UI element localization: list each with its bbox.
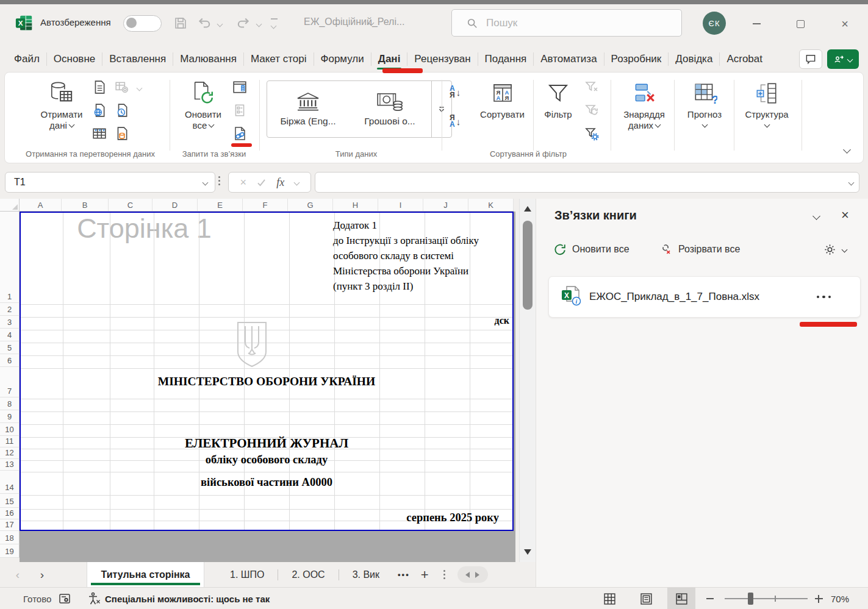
- from-web-icon[interactable]: [91, 102, 108, 119]
- advanced-filter-icon[interactable]: [583, 125, 600, 142]
- avatar[interactable]: ЄК: [703, 12, 726, 35]
- cancel-icon[interactable]: ×: [240, 176, 247, 189]
- minimize-button[interactable]: [744, 13, 769, 34]
- get-data-button[interactable]: Отримати дані: [31, 77, 92, 131]
- column-header-G[interactable]: G: [288, 199, 333, 211]
- column-header-F[interactable]: F: [243, 199, 288, 211]
- recent-sources-icon[interactable]: [113, 102, 131, 119]
- zoom-in-button[interactable]: [812, 588, 825, 609]
- zoom-level[interactable]: 70%: [831, 588, 849, 609]
- row-header-3[interactable]: 3: [0, 316, 20, 329]
- pane-break-all-button[interactable]: Розірвати все: [659, 240, 740, 258]
- sheet-nav-next-icon[interactable]: ›: [34, 562, 50, 587]
- tab-scroll-left-icon[interactable]: [465, 572, 470, 578]
- clear-filter-icon[interactable]: [583, 79, 600, 96]
- zoom-slider-track[interactable]: [725, 598, 808, 599]
- tab-automate[interactable]: Автоматиза: [534, 46, 603, 72]
- row-header-4[interactable]: 4: [0, 329, 20, 341]
- formula-input[interactable]: [315, 172, 859, 193]
- scroll-up-icon[interactable]: [524, 206, 531, 212]
- tab-view[interactable]: Подання: [478, 46, 534, 72]
- tab-page-layout[interactable]: Макет сторі: [244, 46, 314, 72]
- accessibility-icon[interactable]: [87, 588, 101, 609]
- share-button[interactable]: [827, 49, 859, 69]
- new-sheet-button[interactable]: +: [415, 562, 435, 587]
- tab-draw[interactable]: Малювання: [173, 46, 243, 72]
- sheet-tab-2[interactable]: 2. ООС: [278, 562, 338, 587]
- sort-ascending-icon[interactable]: АЯ↓: [450, 81, 468, 103]
- formula-bar-handle-icon[interactable]: [218, 176, 220, 185]
- scroll-down-icon[interactable]: [524, 549, 531, 555]
- column-header-E[interactable]: E: [198, 199, 243, 211]
- enter-icon[interactable]: [257, 179, 266, 187]
- tab-acrobat[interactable]: Acrobat: [720, 46, 769, 72]
- row-header-15[interactable]: 15: [0, 494, 20, 508]
- forecast-button[interactable]: ? Прогноз: [679, 77, 730, 131]
- maximize-button[interactable]: [787, 13, 813, 34]
- collapse-ribbon-icon[interactable]: [843, 146, 851, 154]
- autosave-toggle[interactable]: [123, 15, 162, 32]
- row-header-5[interactable]: 5: [0, 341, 20, 354]
- reapply-filter-icon[interactable]: [583, 102, 600, 119]
- row-header-13[interactable]: 13: [0, 459, 20, 471]
- file-more-options-icon[interactable]: [817, 296, 831, 299]
- macro-record-icon[interactable]: [58, 588, 71, 609]
- name-box-dropdown-icon[interactable]: [203, 179, 209, 185]
- fx-dropdown-icon[interactable]: [294, 179, 300, 185]
- properties-icon[interactable]: [231, 102, 248, 119]
- column-header-H[interactable]: H: [333, 199, 378, 211]
- filter-button[interactable]: Фільтр: [538, 77, 578, 120]
- row-header-17[interactable]: 17: [0, 519, 20, 531]
- pane-refresh-all-button[interactable]: Оновити все: [553, 240, 629, 258]
- sheet-area[interactable]: Додаток 1 до Інструкції з організації об…: [20, 212, 515, 562]
- column-header-K[interactable]: K: [468, 199, 514, 211]
- column-header-I[interactable]: I: [378, 199, 423, 211]
- outline-button[interactable]: Структура: [739, 77, 795, 131]
- data-type-stocks[interactable]: Біржа (Eng...: [267, 81, 349, 137]
- from-picture-icon[interactable]: [113, 79, 131, 96]
- row-header-7[interactable]: 7: [0, 367, 20, 397]
- tab-developer[interactable]: Розробник: [604, 46, 669, 72]
- document-title[interactable]: ЕЖ_Офіційний_Релі...: [304, 16, 404, 27]
- row-header-10[interactable]: 10: [0, 423, 20, 436]
- from-database-icon[interactable]: [113, 125, 131, 142]
- normal-view-button[interactable]: [595, 588, 623, 609]
- column-header-C[interactable]: C: [109, 199, 152, 211]
- sort-button[interactable]: ЯААЯ Сортувати: [475, 77, 529, 120]
- column-header-D[interactable]: D: [152, 199, 198, 211]
- insert-function-icon[interactable]: fx: [276, 176, 284, 189]
- search-input[interactable]: Пошук: [451, 9, 682, 37]
- row-header-1[interactable]: 1: [0, 212, 20, 303]
- tab-formulas[interactable]: Формули: [314, 46, 371, 72]
- row-header-2[interactable]: 2: [0, 303, 20, 316]
- row-header-9[interactable]: 9: [0, 410, 20, 423]
- row-header-11[interactable]: 11: [0, 436, 20, 447]
- row-header-6[interactable]: 6: [0, 354, 20, 367]
- sheet-tab-title-page[interactable]: Титульна сторінка: [87, 562, 204, 587]
- linked-workbook-card[interactable]: Xi ЕЖОС_Приклад_в_1_7_Повна.xlsx: [548, 276, 861, 318]
- pane-close-icon[interactable]: ×: [841, 207, 849, 223]
- queries-connections-icon[interactable]: [231, 79, 248, 96]
- row-header-19[interactable]: 19: [0, 544, 20, 558]
- print-page-area[interactable]: Додаток 1 до Інструкції з організації об…: [20, 212, 514, 531]
- sheet-nav-prev-icon[interactable]: ‹: [10, 562, 26, 587]
- workbook-links-icon[interactable]: [231, 125, 248, 142]
- sheet-tab-3[interactable]: 3. Вик: [339, 562, 393, 587]
- from-text-icon[interactable]: [91, 79, 108, 96]
- sort-descending-icon[interactable]: ЯА↓: [450, 110, 468, 132]
- sheet-list-more-icon[interactable]: •••: [393, 562, 415, 587]
- from-picture-dropdown-icon[interactable]: [137, 85, 143, 91]
- page-break-preview-button[interactable]: [667, 588, 695, 609]
- sheet-tab-1[interactable]: 1. ШПО: [217, 562, 278, 587]
- page-layout-view-button[interactable]: [632, 588, 660, 609]
- column-header-A[interactable]: A: [20, 199, 62, 211]
- tab-insert[interactable]: Вставлення: [102, 46, 173, 72]
- redo-icon[interactable]: [234, 13, 253, 33]
- tab-file[interactable]: Файл: [7, 46, 46, 72]
- row-header-16[interactable]: 16: [0, 508, 20, 519]
- accessibility-status[interactable]: Спеціальні можливості: щось не так: [105, 588, 270, 609]
- name-box[interactable]: T1: [5, 172, 215, 193]
- zoom-out-button[interactable]: [706, 588, 719, 609]
- data-tools-button[interactable]: Знаряддя даних: [617, 77, 672, 131]
- undo-dropdown-icon[interactable]: [217, 21, 223, 27]
